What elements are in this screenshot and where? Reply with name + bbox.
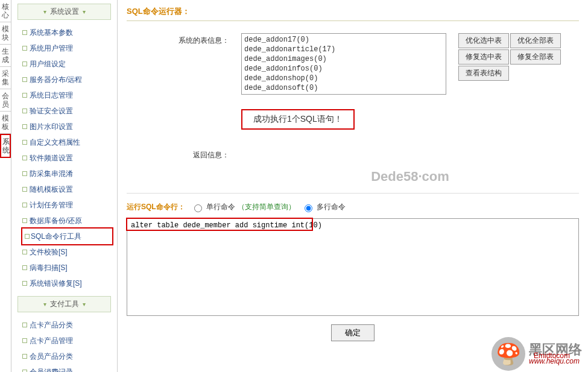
sidebar-item[interactable]: 图片水印设置: [11, 119, 117, 134]
single-radio-input[interactable]: [194, 204, 202, 212]
table-action-buttons: 优化选中表 优化全部表 修复选中表 修复全部表 查看表结构: [458, 33, 561, 81]
sidebar-item[interactable]: SQL命令行工具: [21, 227, 113, 245]
main-content: SQL命令运行器： 系统的表信息： dede_addon17(0)dede_ad…: [118, 0, 588, 372]
sidebar-item[interactable]: 系统日志管理: [11, 87, 117, 103]
sidebar-section-payment[interactable]: ▾ 支付工具 ▾: [17, 296, 111, 312]
table-listbox[interactable]: dede_addon17(0)dede_addonarticle(17)dede…: [241, 33, 446, 95]
menu-list-system: 系统基本参数系统用户管理用户组设定服务器分布/远程系统日志管理验证安全设置图片水…: [11, 24, 117, 292]
run-sql-label: 运行SQL命令行：: [127, 202, 185, 212]
table-option[interactable]: dede_addonshop(0): [244, 74, 443, 83]
mode-single-radio[interactable]: 单行命令 （支持简单查询）: [191, 202, 296, 212]
brand-red-text: Emidtocom: [534, 352, 570, 360]
panel-title: SQL命令运行器：: [127, 6, 579, 21]
sidebar-item[interactable]: 病毒扫描[S]: [11, 260, 117, 276]
view-structure-button[interactable]: 查看表结构: [458, 66, 509, 81]
return-info-label: 返回信息：: [127, 148, 241, 160]
sidebar-item[interactable]: 会员产品分类: [11, 348, 117, 364]
mushroom-icon: 🍄: [492, 337, 525, 371]
sidebar-item[interactable]: 验证安全设置: [11, 103, 117, 119]
chevron-down-icon: ▾: [83, 8, 86, 15]
sidebar-item[interactable]: 点卡产品管理: [11, 333, 117, 348]
sidebar-item[interactable]: 系统用户管理: [11, 40, 117, 56]
table-option[interactable]: dede_addonsoft(0): [244, 83, 443, 93]
sidebar-item[interactable]: 文件校验[S]: [11, 244, 117, 260]
sql-textarea-wrap: [127, 218, 579, 316]
vtab-模板[interactable]: 模 板: [0, 112, 11, 134]
sidebar-item[interactable]: 防采集串混淆: [11, 166, 117, 181]
success-message: 成功执行1个SQL语句！: [241, 109, 355, 130]
vtab-会员[interactable]: 会 员: [0, 89, 11, 112]
sidebar-item[interactable]: 软件频道设置: [11, 150, 117, 166]
watermark-text: Dede58·com: [241, 169, 579, 184]
optimize-all-button[interactable]: 优化全部表: [510, 33, 561, 48]
sidebar-item[interactable]: 自定义文档属性: [11, 134, 117, 150]
sidebar-item[interactable]: 系统基本参数: [11, 25, 117, 40]
section-title: 支付工具: [50, 299, 79, 309]
sidebar-section-system[interactable]: ▾ 系统设置 ▾: [17, 4, 111, 20]
sql-textarea[interactable]: [127, 219, 578, 315]
optimize-selected-button[interactable]: 优化选中表: [458, 33, 509, 48]
chevron-down-icon: ▾: [43, 301, 46, 307]
table-option[interactable]: dede_addon17(0): [244, 35, 443, 45]
vtab-核心[interactable]: 核 心: [0, 0, 11, 22]
vtab-生成[interactable]: 生 成: [0, 45, 11, 67]
sidebar-item[interactable]: 服务器分布/远程: [11, 72, 117, 87]
sql-mode-row: 运行SQL命令行： 单行命令 （支持简单查询） 多行命令: [127, 202, 579, 212]
table-info-label: 系统的表信息：: [127, 33, 241, 95]
sidebar-item[interactable]: 点卡产品分类: [11, 317, 117, 333]
chevron-down-icon: ▾: [43, 8, 46, 15]
vtab-模块[interactable]: 模 块: [0, 22, 11, 45]
vtab-系统[interactable]: 系 统: [0, 134, 11, 158]
sidebar-item[interactable]: 会员消费记录: [11, 364, 117, 372]
vertical-tabs: 核 心模 块生 成采 集会 员模 板系 统: [0, 0, 11, 372]
confirm-button[interactable]: 确定: [331, 324, 375, 341]
table-option[interactable]: dede_addonarticle(17): [244, 45, 443, 54]
sidebar-item[interactable]: 用户组设定: [11, 56, 117, 72]
repair-selected-button[interactable]: 修复选中表: [458, 49, 509, 65]
mode-multi-radio[interactable]: 多行命令: [302, 202, 346, 212]
sidebar-item[interactable]: 系统错误修复[S]: [11, 276, 117, 291]
table-option[interactable]: dede_addonimages(0): [244, 54, 443, 64]
vtab-采集[interactable]: 采 集: [0, 67, 11, 89]
divider: [127, 193, 579, 194]
menu-list-payment: 点卡产品分类点卡产品管理会员产品分类会员消费记录商店订单记录支付接口设置配货方式…: [11, 316, 117, 372]
sidebar-item[interactable]: 数据库备份/还原: [11, 213, 117, 229]
sidebar-item[interactable]: 计划任务管理: [11, 197, 117, 213]
sidebar-item[interactable]: 随机模板设置: [11, 181, 117, 197]
table-option[interactable]: dede_addoninfos(0): [244, 64, 443, 74]
repair-all-button[interactable]: 修复全部表: [510, 49, 561, 65]
chevron-down-icon: ▾: [83, 301, 86, 307]
section-title: 系统设置: [50, 7, 79, 17]
multi-radio-input[interactable]: [305, 204, 312, 212]
sidebar: ▾ 系统设置 ▾ 系统基本参数系统用户管理用户组设定服务器分布/远程系统日志管理…: [11, 0, 118, 372]
